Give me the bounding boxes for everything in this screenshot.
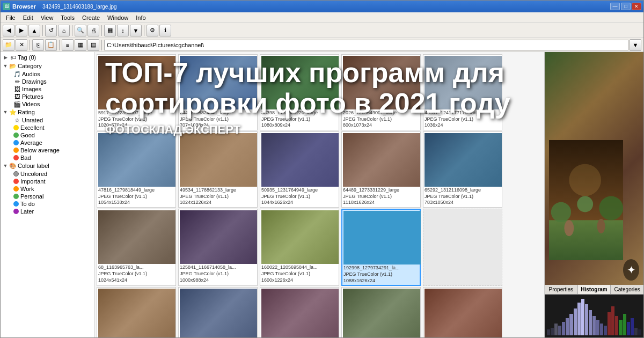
thumb-232407[interactable]: 232407_1327395565_la... JPEG TrueColor (… — [341, 287, 421, 337]
view-detail-button[interactable]: ▤ — [87, 39, 99, 51]
thumb-2026[interactable]: 2026_1265649007_large JPEG TrueColor (v1… — [341, 54, 421, 130]
view-list-button[interactable]: ≡ — [62, 39, 74, 51]
thumb-64489[interactable]: 64489_1273331229_large JPEG TrueColor (v… — [341, 131, 421, 208]
sidebar-item-category[interactable]: ▼ 📂 Category — [1, 62, 94, 70]
close-button[interactable]: ✕ — [632, 3, 641, 10]
bad-dot — [13, 155, 19, 160]
new-folder-button[interactable]: 📁 — [3, 39, 14, 51]
thumb-info-49534: 49534_1178862133_large JPEG TrueColor (v… — [180, 187, 256, 206]
thumb-65292[interactable]: 65292_1312116098_large JPEG TrueColor (v… — [423, 131, 502, 208]
sidebar-item-audios[interactable]: 🎵 Audios — [1, 70, 94, 78]
delete-button[interactable]: ✕ — [16, 39, 27, 51]
histogram-area — [545, 295, 643, 337]
rating-label: Rating — [18, 109, 35, 115]
thumb-info-68: 68_1163965763_la... JPEG TrueColor (v1.1… — [98, 264, 174, 283]
thumb-type-192998: JPEG TrueColor (v1.1) — [343, 271, 419, 278]
thumb-46597[interactable]: 46597_1241177178_large JPEG TrueColor (v… — [423, 54, 502, 130]
preview-area: ✦ — [545, 52, 643, 285]
sidebar-item-todo[interactable]: To do — [1, 200, 94, 208]
sidebar-item-videos[interactable]: 🎬 Videos — [1, 100, 94, 108]
sidebar-item-drawings[interactable]: ✏ Drawings — [1, 78, 94, 85]
sidebar-item-good[interactable]: Good — [1, 131, 94, 139]
menu-info[interactable]: Info — [133, 14, 149, 21]
thumb-38398[interactable]: 38398_1174625220_large JPEG TrueColor (v… — [260, 54, 339, 130]
drawings-icon: ✏ — [13, 78, 21, 85]
info-button[interactable]: ℹ — [159, 25, 171, 36]
sidebar-item-rating[interactable]: ▼ ⭐ Rating — [1, 108, 94, 116]
menu-tools[interactable]: Tools — [57, 14, 78, 21]
thumb-fname-65292: 65292_1312116098_large — [425, 187, 501, 194]
thumb-227196[interactable]: 227196_1212816786_la... JPEG TrueColor (… — [260, 287, 339, 337]
thumb-size-192998: 1088x1626x24 — [343, 278, 419, 284]
thumb-244895[interactable]: 244895_1191333321_la... JPEG TrueColor (… — [423, 287, 502, 337]
view-thumb-button[interactable]: ▦ — [75, 39, 86, 51]
thumb-50935[interactable]: 50935_1231764949_large JPEG TrueColor (v… — [260, 131, 339, 208]
sidebar-item-uncolored[interactable]: Uncolored — [1, 170, 94, 178]
settings-button[interactable]: ⚙ — [147, 25, 158, 36]
tab-properties[interactable]: Properties — [545, 285, 578, 294]
thumb-218717[interactable]: 218717_1310767180_la... JPEG TrueColor (… — [178, 287, 258, 337]
thumb-125841[interactable]: 125841_1166714058_la... JPEG TrueColor (… — [178, 209, 258, 286]
home-button[interactable]: ⌂ — [58, 25, 70, 36]
search-button[interactable]: 🔍 — [75, 25, 86, 36]
copy-button[interactable]: ⎘ — [32, 39, 44, 51]
sidebar-item-work[interactable]: Work — [1, 185, 94, 193]
sidebar-item-images[interactable]: 🖼 Images — [1, 85, 94, 93]
sidebar-item-tag[interactable]: ▶ 🏷 Tag (0) — [1, 53, 94, 62]
thumb-49534[interactable]: 49534_1178862133_large JPEG TrueColor (v… — [178, 131, 258, 208]
thumb-info-125841: 125841_1166714058_la... JPEG TrueColor (… — [180, 264, 256, 283]
sidebar-item-below-average[interactable]: Below average — [1, 146, 94, 154]
address-go-button[interactable]: ▼ — [630, 39, 641, 51]
view-button[interactable]: ▦ — [104, 25, 116, 36]
back-button[interactable]: ◀ — [3, 25, 14, 36]
sidebar-item-excellent[interactable]: Excellent — [1, 124, 94, 131]
tag-toggle-icon: ▶ — [2, 54, 9, 61]
tab-histogram[interactable]: Histogram — [578, 285, 611, 294]
sidebar-item-important[interactable]: Important — [1, 178, 94, 185]
menu-create[interactable]: Create — [79, 14, 103, 21]
work-label: Work — [20, 186, 34, 192]
unrated-label: Unrated — [22, 117, 43, 123]
filter-button[interactable]: ▼ — [130, 25, 142, 36]
sidebar-item-personal[interactable]: Personal — [1, 193, 94, 200]
sidebar-item-pictures[interactable]: 🖼 Pictures — [1, 93, 94, 100]
paste-button[interactable]: 📋 — [45, 39, 57, 51]
thumb-info-65292: 65292_1312116098_large JPEG TrueColor (v… — [425, 187, 501, 206]
below-average-label: Below average — [20, 147, 60, 153]
refresh-button[interactable]: ↺ — [45, 25, 57, 36]
sidebar-item-unrated[interactable]: ☆ Unrated — [1, 116, 94, 124]
up-button[interactable]: ▲ — [28, 25, 40, 36]
thumb-192998[interactable]: 192998_1279734291_la... JPEG TrueColor (… — [341, 209, 421, 286]
thumb-193080[interactable]: 193080_1180812449_la... JPEG TrueColor (… — [97, 287, 176, 337]
thumb-244[interactable]: 244_1295824541_large JPEG TrueColor (v1.… — [178, 54, 258, 130]
hist-bar-4 — [558, 326, 561, 335]
thumb-47816[interactable]: 47816_1279818449_large JPEG TrueColor (v… — [97, 131, 176, 208]
sidebar-item-colour-label[interactable]: ▼ 🎨 Colour label — [1, 161, 94, 170]
address-input[interactable] — [104, 40, 628, 50]
thumb-img-193080 — [98, 289, 175, 337]
thumb-fname-50935: 50935_1231764949_large — [261, 187, 338, 194]
sort-button[interactable]: ↕ — [117, 25, 129, 36]
hist-bar-17 — [634, 328, 638, 335]
tab-categories[interactable]: Categories — [611, 285, 643, 294]
sidebar-item-average[interactable]: Average — [1, 139, 94, 146]
forward-button[interactable]: ▶ — [16, 25, 27, 36]
thumb-68[interactable]: 68_1163965763_la... JPEG TrueColor (v1.1… — [97, 209, 176, 286]
menu-file[interactable]: File — [3, 14, 19, 21]
thumb-fname-47816: 47816_1279818449_large — [98, 187, 174, 194]
browser-tab-label[interactable]: Browser — [12, 3, 36, 10]
later-label: Later — [20, 208, 34, 215]
menu-view[interactable]: View — [38, 14, 57, 21]
menu-window[interactable]: Window — [104, 14, 131, 21]
bad-label: Bad — [20, 155, 31, 161]
sidebar-item-bad[interactable]: Bad — [1, 154, 94, 161]
sidebar-item-later[interactable]: Later — [1, 208, 94, 215]
thumb-5917[interactable]: 5917_1222350607_large JPEG TrueColor (v1… — [97, 54, 176, 130]
thumb-size-68: 1024x541x24 — [98, 277, 174, 284]
print-button[interactable]: 🖨 — [87, 25, 99, 36]
thumb-img-2026 — [343, 56, 420, 109]
thumb-160022[interactable]: 160022_1205695844_la... JPEG TrueColor (… — [260, 209, 339, 286]
menu-edit[interactable]: Edit — [20, 14, 36, 21]
maximize-button[interactable]: □ — [621, 3, 631, 10]
minimize-button[interactable]: — — [610, 3, 620, 10]
